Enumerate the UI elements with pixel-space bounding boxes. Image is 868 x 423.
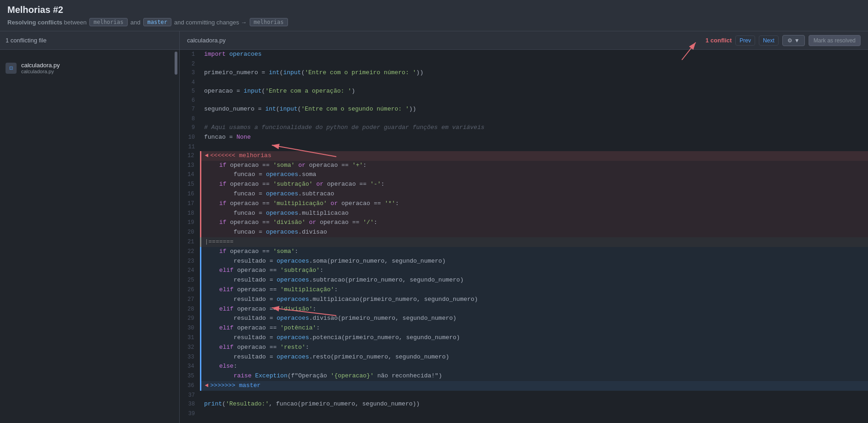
mark-resolved-button[interactable]: Mark as resolved [809,35,861,46]
line-number: 34 [180,362,200,371]
line-number: 35 [180,371,200,381]
sidebar-scrollbar[interactable] [175,52,177,75]
line-content: operacao = input('Entre com a operação: … [200,87,868,96]
line-number: 3 [180,68,200,78]
branch2-badge: master [143,18,171,26]
line-number: 5 [180,87,200,96]
line-content: print('Resultado:', funcao(primeiro_nume… [200,400,868,409]
table-row: 4 [180,78,868,87]
table-row: 15 if operacao == 'subtração' or operaca… [180,180,868,189]
settings-button[interactable]: ⚙ ▼ [782,35,805,46]
line-content: funcao = operacoes.divisao [200,228,868,237]
sidebar: ⊡ calculadora.py calculadora.py [0,50,180,423]
table-row: 32 elif operacao == 'resto': [180,343,868,352]
line-number: 36 [180,381,200,391]
line-content [200,78,868,87]
line-number: 24 [180,266,200,276]
line-number: 6 [180,96,200,105]
line-number: 11 [180,142,200,151]
code-editor[interactable]: 1import operacoes23primeiro_numero = int… [180,50,868,423]
table-row: 18 funcao = operacoes.multiplicacao [180,209,868,218]
line-number: 16 [180,189,200,199]
table-row: 2 [180,59,868,68]
line-number: 29 [180,314,200,323]
table-row: 39 [180,409,868,418]
line-content: funcao = None [200,133,868,142]
table-row: 10funcao = None [180,133,868,142]
line-number: 37 [180,391,200,400]
line-content: if operacao == 'soma' or operacao == '+'… [200,161,868,170]
line-number: 28 [180,305,200,314]
filename-area: calculadora.py [180,37,705,44]
main-content: ⊡ calculadora.py calculadora.py 1import … [0,50,868,423]
table-row: 22 if operacao == 'soma': [180,247,868,257]
table-row: 26 elif operacao == 'multiplicação': [180,285,868,295]
line-number: 32 [180,343,200,352]
line-number: 2 [180,59,200,68]
sidebar-file-item[interactable]: ⊡ calculadora.py calculadora.py [0,57,179,79]
conflicting-file-count: 1 conflicting file [6,37,47,44]
line-number: 21 [180,237,200,247]
settings-label: ▼ [794,37,800,44]
table-row: 16 funcao = operacoes.subtracao [180,189,868,199]
table-row: 11 [180,142,868,151]
line-number: 30 [180,323,200,333]
line-content: raise Exception(f"Operação '{operacao}' … [200,371,868,381]
table-row: 5operacao = input('Entre com a operação:… [180,87,868,96]
table-row: 20 funcao = operacoes.divisao [180,228,868,237]
line-number: 22 [180,247,200,257]
branch1-badge: melhorias [89,18,128,26]
line-content [200,142,868,151]
table-row: 6 [180,96,868,105]
line-content: if operacao == 'divisão' or operacao == … [200,218,868,228]
table-row: 30 elif operacao == 'potência': [180,323,868,333]
file-path: calculadora.py [21,69,60,74]
line-content: ◄>>>>>>> master [200,381,868,391]
line-content [200,96,868,105]
line-number: 15 [180,180,200,189]
code-table: 1import operacoes23primeiro_numero = int… [180,50,868,418]
conflict-count: 1 conflict [705,37,732,44]
line-number: 33 [180,352,200,362]
line-content: resultado = operacoes.subtracao(primeiro… [200,276,868,285]
filename: calculadora.py [187,37,226,44]
file-icon: ⊡ [6,63,17,74]
line-number: 20 [180,228,200,237]
table-row: 24 elif operacao == 'subtração': [180,266,868,276]
line-content: elif operacao == 'potência': [200,323,868,333]
and-text: and [130,19,141,26]
line-number: 19 [180,218,200,228]
sidebar-header: 1 conflicting file [0,31,180,49]
line-content: ◄<<<<<<< melhorias [200,151,868,161]
table-row: 7segundo_numero = int(input('Entre com o… [180,105,868,114]
line-content: elif operacao == 'divisão': [200,305,868,314]
line-content: elif operacao == 'multiplicação': [200,285,868,295]
line-number: 17 [180,199,200,209]
line-number: 38 [180,400,200,409]
prev-button[interactable]: Prev [735,35,755,46]
table-row: 36◄>>>>>>> master [180,381,868,391]
line-number: 10 [180,133,200,142]
line-content: primeiro_numero = int(input('Entre com o… [200,68,868,78]
file-name: calculadora.py [21,62,60,69]
line-content: else: [200,362,868,371]
branch3-badge: melhorias [250,18,288,26]
line-number: 8 [180,114,200,123]
line-content: resultado = operacoes.soma(primeiro_nume… [200,257,868,266]
table-row: 13 if operacao == 'soma' or operacao == … [180,161,868,170]
next-button[interactable]: Next [759,35,779,46]
line-number: 7 [180,105,200,114]
table-row: 12◄<<<<<<< melhorias [180,151,868,161]
line-number: 26 [180,285,200,295]
file-type-icon: ⊡ [9,65,13,70]
header-subtitle: Resolving conflicts between melhorias an… [7,18,861,26]
table-row: 23 resultado = operacoes.soma(primeiro_n… [180,257,868,266]
table-row: 3primeiro_numero = int(input('Entre com … [180,68,868,78]
line-content: funcao = operacoes.multiplicacao [200,209,868,218]
line-content: if operacao == 'multiplicação' or operac… [200,199,868,209]
line-content: funcao = operacoes.soma [200,170,868,180]
table-row: 19 if operacao == 'divisão' or operacao … [180,218,868,228]
line-number: 23 [180,257,200,266]
table-row: 33 resultado = operacoes.resto(primeiro_… [180,352,868,362]
line-content: elif operacao == 'resto': [200,343,868,352]
